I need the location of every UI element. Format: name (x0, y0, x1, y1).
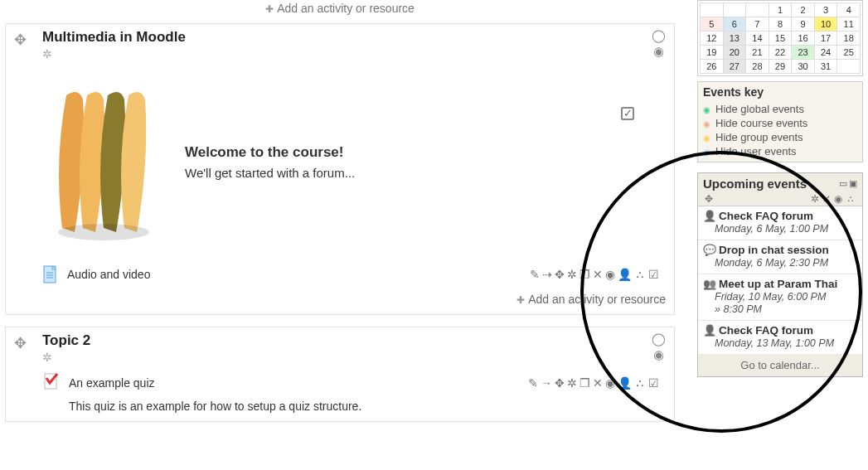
calendar-day[interactable]: 31 (814, 60, 837, 74)
event-time: Monday, 6 May, 2:30 PM (703, 257, 857, 269)
calendar-day[interactable]: 23 (792, 46, 815, 60)
calendar-day[interactable]: 8 (769, 17, 792, 31)
assign-icon[interactable]: 👤 (618, 269, 632, 280)
eye-icon (703, 117, 710, 129)
group-icon[interactable]: ⛬ (634, 377, 646, 389)
move-icon[interactable]: ✥ (555, 377, 565, 389)
calendar-day[interactable]: 14 (746, 31, 769, 46)
calendar-day[interactable]: 20 (723, 46, 746, 60)
svg-point-0 (58, 224, 149, 240)
key-label: Hide user events (715, 145, 797, 157)
completion-icon[interactable]: ☑ (648, 377, 659, 389)
event-title-text: Check FAQ forum (719, 324, 813, 337)
hide-icon[interactable]: ◉ (605, 269, 615, 280)
gear-icon[interactable]: ✲ (567, 377, 577, 389)
calendar-day[interactable]: 3 (814, 3, 837, 17)
event-item[interactable]: Check FAQ forumMonday, 13 May, 1:00 PM (698, 321, 862, 354)
move-handle-icon[interactable]: ✥ (14, 31, 27, 49)
group-icon (703, 278, 716, 290)
course-image (46, 79, 162, 245)
calendar-day[interactable]: 5 (701, 17, 724, 31)
calendar-day[interactable]: 21 (746, 46, 769, 60)
duplicate-icon[interactable]: ❐ (579, 269, 590, 280)
calendar-day[interactable]: 25 (837, 46, 861, 60)
delete-icon[interactable]: ✕ (593, 377, 603, 389)
lightbulb-icon[interactable]: ◯ (652, 332, 666, 345)
group-icon[interactable]: ⛬ (634, 269, 646, 280)
calendar-day[interactable]: 12 (701, 31, 724, 46)
calendar-day[interactable]: 2 (792, 3, 815, 17)
assign-icon[interactable]: 👤 (618, 377, 632, 389)
key-group[interactable]: Hide group events (703, 130, 857, 144)
user-icon (703, 324, 716, 337)
calendar-table: 1234567891011121314151617181920212223242… (700, 2, 861, 74)
key-global[interactable]: Hide global events (703, 102, 857, 116)
gear-icon[interactable]: ✲ (811, 194, 819, 204)
event-time-end: » 8:30 PM (703, 303, 857, 315)
move-handle-icon[interactable]: ✥ (14, 334, 27, 352)
event-item[interactable]: Check FAQ forumMonday, 6 May, 1:00 PM (698, 206, 862, 240)
calendar-day[interactable]: 9 (792, 17, 815, 31)
eye-icon (703, 145, 710, 157)
dock-icon[interactable]: ▣ (849, 179, 857, 188)
calendar-day[interactable]: 24 (814, 46, 837, 60)
duplicate-icon[interactable]: ❐ (579, 377, 590, 389)
move-right-icon[interactable]: ⇢ (542, 269, 552, 280)
course-section-multimedia: ✥ Multimedia in Moodle ✲ ◯ ◉ (5, 23, 675, 315)
roles-icon[interactable]: ⛬ (846, 194, 856, 204)
edit-section-gear[interactable]: ✲ (42, 351, 666, 364)
gear-icon[interactable]: ✲ (567, 269, 577, 280)
calendar-day[interactable]: 10 (814, 17, 837, 31)
move-icon[interactable]: ✥ (555, 269, 565, 280)
collapse-icon[interactable]: ▭ (839, 179, 847, 188)
calendar-day[interactable]: 22 (769, 46, 792, 60)
calendar-day[interactable]: 29 (769, 60, 792, 74)
calendar-day[interactable]: 26 (701, 60, 724, 74)
key-course[interactable]: Hide course events (703, 116, 857, 130)
eye-icon (703, 103, 710, 115)
calendar-day[interactable]: 19 (701, 46, 724, 60)
welcome-heading: Welcome to the course! (185, 144, 355, 161)
calendar-day[interactable]: 28 (746, 60, 769, 74)
edit-section-gear[interactable]: ✲ (42, 47, 666, 61)
hide-block-icon[interactable]: ◉ (834, 194, 842, 204)
calendar-day[interactable]: 13 (723, 31, 746, 46)
completion-icon[interactable]: ☑ (648, 269, 659, 280)
block-title: Upcoming events (703, 177, 807, 191)
hide-icon[interactable]: ◉ (605, 377, 615, 389)
event-title-text: Drop in chat session (719, 244, 829, 256)
calendar-day[interactable]: 30 (792, 60, 815, 74)
move-block-icon[interactable]: ✥ (705, 194, 713, 204)
calendar-day[interactable]: 6 (723, 17, 746, 31)
go-to-calendar-link[interactable]: Go to calendar... (698, 354, 862, 376)
calendar-day[interactable]: 17 (814, 31, 837, 46)
calendar-day[interactable]: 4 (837, 3, 861, 17)
calendar-day[interactable]: 7 (746, 17, 769, 31)
add-activity-link[interactable]: Add an activity or resource (42, 293, 666, 306)
key-label: Hide group events (715, 131, 803, 143)
move-right-icon[interactable]: → (541, 377, 552, 389)
calendar-day[interactable]: 16 (792, 31, 815, 46)
edit-icon[interactable]: ✎ (530, 269, 540, 280)
lightbulb-icon[interactable]: ◯ (652, 29, 666, 41)
calendar-day[interactable]: 1 (769, 3, 792, 17)
welcome-sub: We'll get started with a forum... (185, 166, 355, 180)
calendar-day[interactable]: 18 (837, 31, 861, 46)
calendar-day[interactable]: 15 (769, 31, 792, 46)
eye-icon[interactable]: ◉ (653, 348, 664, 361)
add-activity-top[interactable]: Add an activity or resource (0, 0, 680, 18)
eye-icon[interactable]: ◉ (653, 45, 664, 57)
delete-icon[interactable]: ✕ (593, 269, 603, 280)
delete-block-icon[interactable]: ✕ (822, 194, 831, 204)
completion-checkbox[interactable] (621, 107, 634, 120)
event-item[interactable]: Meet up at Param ThaiFriday, 10 May, 6:0… (698, 274, 862, 321)
activity-label[interactable]: An example quiz (69, 376, 155, 390)
chat-icon (703, 244, 716, 256)
calendar-day[interactable]: 11 (837, 17, 861, 31)
resource-label[interactable]: Audio and video (67, 268, 150, 281)
key-label: Hide global events (715, 103, 804, 115)
key-user[interactable]: Hide user events (703, 144, 857, 158)
edit-icon[interactable]: ✎ (528, 377, 538, 389)
calendar-day[interactable]: 27 (723, 60, 746, 74)
event-item[interactable]: Drop in chat sessionMonday, 6 May, 2:30 … (698, 240, 862, 274)
